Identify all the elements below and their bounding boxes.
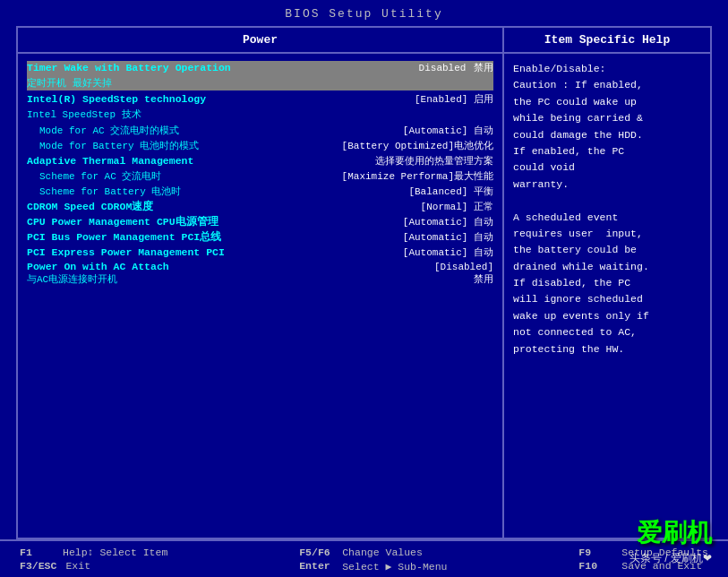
- item-value-cn: 禁用: [474, 272, 493, 286]
- status-bar: F1 Help↕ Select Item F3/ESC Exit F5/F6 C…: [0, 539, 728, 577]
- list-item[interactable]: CDROM Speed CDROM速度 [Normal] 正常: [27, 200, 493, 213]
- status-line-enter: Enter Select ▶ Sub-Menu: [299, 560, 447, 573]
- status-line-f3: F3/ESC Exit: [20, 560, 167, 572]
- list-item[interactable]: Intel(R) SpeedStep technology [Enabled] …: [27, 92, 493, 122]
- desc-f56: Change Values: [342, 547, 423, 558]
- title-bar: BIOS Setup Utility: [0, 0, 728, 26]
- key-f10: F10: [578, 560, 612, 572]
- item-label: PCI Bus Power Management PCI总线: [27, 230, 221, 244]
- status-group-left: F1 Help↕ Select Item F3/ESC Exit: [20, 547, 167, 573]
- watermark: 爱刷机: [637, 516, 712, 550]
- item-value: [Automatic] 自动: [403, 230, 493, 244]
- list-item[interactable]: Mode for Battery 电池时的模式 [Battery Optimiz…: [27, 139, 493, 152]
- desc-f3: Exit: [65, 560, 90, 572]
- item-value: [Maximize Performa]最大性能: [342, 169, 493, 183]
- list-item[interactable]: Timer Wake with Battery Operation Disabl…: [27, 61, 493, 90]
- status-line-f1: F1 Help↕ Select Item: [20, 547, 167, 558]
- right-panel-header: Item Specific Help: [504, 28, 710, 54]
- left-panel-content: Timer Wake with Battery Operation Disabl…: [18, 54, 502, 538]
- help-text: Enable/Disable: Caution : If enabled, th…: [513, 61, 701, 357]
- list-item[interactable]: PCI Bus Power Management PCI总线 [Automati…: [27, 230, 493, 244]
- main-area: Power Timer Wake with Battery Operation …: [16, 26, 712, 539]
- item-label: Scheme for AC 交流电时: [27, 169, 161, 183]
- bios-title: BIOS Setup Utility: [285, 7, 442, 21]
- left-panel: Power Timer Wake with Battery Operation …: [18, 28, 504, 538]
- key-f3: F3/ESC: [20, 560, 56, 572]
- key-enter: Enter: [299, 560, 333, 573]
- item-label: Timer Wake with Battery Operation: [27, 62, 231, 73]
- item-label-cn: 与AC电源连接时开机: [27, 272, 117, 286]
- item-value: [Battery Optimized]电池优化: [342, 139, 493, 152]
- item-value: [Enabled] 启用: [415, 92, 493, 106]
- item-value: [Automatic] 自动: [403, 215, 493, 228]
- key-f9: F9: [578, 547, 612, 558]
- key-f56: F5/F6: [299, 547, 333, 558]
- item-value: [Balanced] 平衡: [408, 185, 493, 198]
- item-label: Intel(R) SpeedStep technology: [27, 93, 206, 105]
- right-panel-content: Enable/Disable: Caution : If enabled, th…: [504, 54, 710, 538]
- item-label-cn: 定时开机 最好关掉: [27, 78, 112, 89]
- item-label: CDROM Speed CDROM速度: [27, 200, 153, 213]
- watermark-sub: 头条号 / 爱刷机❤: [630, 551, 712, 566]
- list-item[interactable]: Scheme for Battery 电池时 [Balanced] 平衡: [27, 185, 493, 198]
- item-label: Adaptive Thermal Management: [27, 155, 193, 167]
- item-value: 选择要使用的热量管理方案: [375, 154, 493, 168]
- item-value: [Disabled]: [434, 262, 493, 272]
- bios-screen: BIOS Setup Utility Power Timer Wake with…: [0, 0, 728, 577]
- item-label: Mode for AC 交流电时的模式: [27, 124, 179, 137]
- list-item[interactable]: Scheme for AC 交流电时 [Maximize Performa]最大…: [27, 169, 493, 183]
- item-value: [Automatic] 自动: [403, 245, 493, 259]
- left-panel-header: Power: [18, 28, 502, 54]
- list-item[interactable]: PCI Express Power Management PCI [Automa…: [27, 245, 493, 259]
- item-label-cn: Intel SpeedStep 技术: [27, 109, 141, 120]
- item-label: Power On with AC Attach: [27, 261, 169, 272]
- item-value: [Normal] 正常: [421, 200, 493, 213]
- key-f1: F1: [20, 547, 54, 558]
- item-label: PCI Express Power Management PCI: [27, 246, 225, 258]
- desc-enter: Select ▶ Sub-Menu: [342, 560, 447, 573]
- list-item[interactable]: Mode for AC 交流电时的模式 [Automatic] 自动: [27, 124, 493, 137]
- status-group-mid: F5/F6 Change Values Enter Select ▶ Sub-M…: [299, 547, 447, 573]
- item-label: CPU Power Management CPU电源管理: [27, 215, 218, 228]
- list-item[interactable]: CPU Power Management CPU电源管理 [Automatic]…: [27, 215, 493, 228]
- item-label: Scheme for Battery 电池时: [27, 185, 181, 198]
- list-item[interactable]: Adaptive Thermal Management 选择要使用的热量管理方案: [27, 154, 493, 168]
- item-value: [Automatic] 自动: [403, 124, 493, 137]
- status-line-f56: F5/F6 Change Values: [299, 547, 447, 558]
- item-label: Mode for Battery 电池时的模式: [27, 139, 199, 152]
- list-item[interactable]: Power On with AC Attach [Disabled] 与AC电源…: [27, 261, 493, 286]
- item-value: Disabled 禁用: [417, 61, 493, 74]
- right-panel: Item Specific Help Enable/Disable: Cauti…: [504, 28, 710, 538]
- desc-f1: Help↕ Select Item: [63, 547, 167, 558]
